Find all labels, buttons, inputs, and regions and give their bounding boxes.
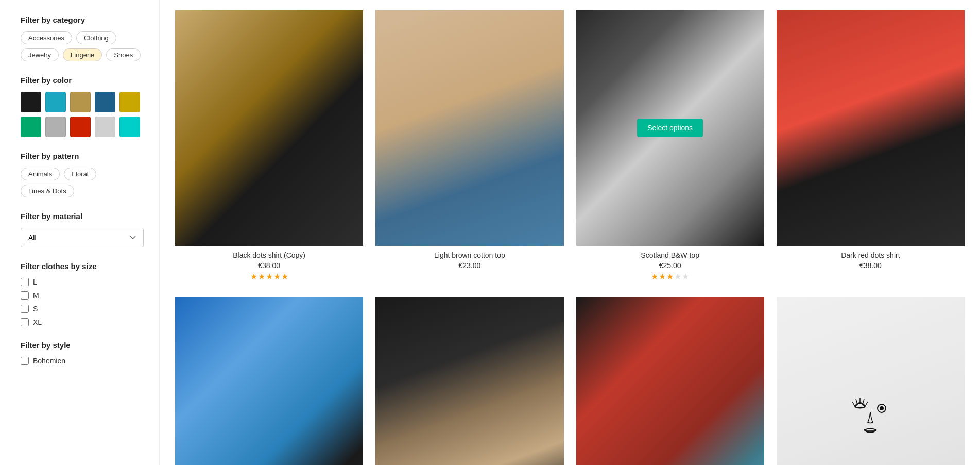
color-swatch-dark-blue[interactable] [95,92,115,112]
product-name-4: Dark red dots shirt [777,251,965,259]
svg-line-1 [856,399,857,404]
svg-point-6 [880,406,884,410]
filter-category-section: Filter by category Accessories Clothing … [21,15,144,61]
product-price-1: €38.00 [175,261,363,270]
product-stars-3: ★ ★ ★ ★ ★ [576,272,764,281]
category-tag-shoes[interactable]: Shoes [106,48,141,61]
category-tag-clothing[interactable]: Clothing [76,31,116,44]
filter-style-title: Filter by style [21,341,144,350]
color-swatch-gray[interactable] [45,117,66,137]
color-swatch-light-gray[interactable] [95,117,115,137]
product-card-3[interactable]: Select options Scotland B&W top €25.00 ★… [576,10,764,285]
product-card-6[interactable]: Olive floral black top [375,297,563,465]
style-label-bohemien: Bohemien [33,357,65,365]
product-info-2: Light brown cotton top €23.00 [375,246,563,275]
size-checkbox-m[interactable] [21,291,29,300]
size-checkbox-l[interactable] [21,278,29,286]
filter-size-title: Filter clothes by size [21,262,144,271]
svg-line-4 [865,402,868,406]
color-swatch-red[interactable] [70,117,91,137]
product-price-4: €38.00 [777,261,965,270]
product-image-5 [175,297,363,465]
products-grid: Black dots shirt (Copy) €38.00 ★ ★ ★ ★ ★ [175,10,965,465]
filter-material-title: Filter by material [21,212,144,221]
product-image-wrapper-7 [576,297,764,465]
color-swatch-cyan[interactable] [45,92,66,112]
pattern-tag-floral[interactable]: Floral [64,168,96,180]
star-1-1: ★ [250,272,257,281]
product-info-4: Dark red dots shirt €38.00 [777,246,965,275]
size-checkbox-s[interactable] [21,305,29,313]
star-1-3: ★ [266,272,273,281]
sidebar: Filter by category Accessories Clothing … [0,0,160,465]
color-swatch-teal[interactable] [119,117,140,137]
svg-line-3 [863,399,864,404]
material-select[interactable]: All Cotton Polyester Silk [21,228,144,247]
star-1-4: ★ [273,272,281,281]
filter-pattern-section: Filter by pattern Animals Floral Lines &… [21,152,144,197]
product-image-7 [576,297,764,465]
product-card-8[interactable]: Face print t-shirt [777,297,965,465]
star-1-2: ★ [258,272,265,281]
size-label-s: S [33,305,38,313]
filter-size-section: Filter clothes by size L M S XL [21,262,144,326]
product-card-5[interactable]: Animal blue shirt [175,297,363,465]
page-layout: Filter by category Accessories Clothing … [0,0,980,465]
pattern-tag-lines-dots[interactable]: Lines & Dots [21,185,74,197]
pattern-tag-animals[interactable]: Animals [21,168,60,180]
product-image-4 [777,10,965,246]
size-list: L M S XL [21,278,144,326]
size-item-s[interactable]: S [21,305,144,313]
category-tag-lingerie[interactable]: Lingerie [63,48,102,61]
style-checkbox-bohemien[interactable] [21,357,29,365]
product-info-3: Scotland B&W top €25.00 ★ ★ ★ ★ ★ [576,246,764,285]
star-3-4: ★ [674,272,681,281]
product-image-1 [175,10,363,246]
filter-category-title: Filter by category [21,15,144,24]
product-name-3: Scotland B&W top [576,251,764,259]
product-image-wrapper-4 [777,10,965,246]
product-name-1: Black dots shirt (Copy) [175,251,363,259]
product-card-1[interactable]: Black dots shirt (Copy) €38.00 ★ ★ ★ ★ ★ [175,10,363,285]
star-3-5: ★ [682,272,689,281]
color-swatch-tan[interactable] [70,92,91,112]
color-swatch-black[interactable] [21,92,41,112]
product-price-3: €25.00 [576,261,764,270]
size-label-l: L [33,278,37,286]
product-card-4[interactable]: Dark red dots shirt €38.00 [777,10,965,285]
category-tags-list: Accessories Clothing Jewelry Lingerie Sh… [21,31,144,61]
pattern-tags-list: Animals Floral Lines & Dots [21,168,144,197]
product-image-wrapper-5 [175,297,363,465]
size-item-l[interactable]: L [21,278,144,286]
star-1-5: ★ [281,272,288,281]
filter-material-section: Filter by material All Cotton Polyester … [21,212,144,247]
star-3-3: ★ [666,272,674,281]
size-checkbox-xl[interactable] [21,318,29,326]
product-image-wrapper-8 [777,297,965,465]
main-content: Black dots shirt (Copy) €38.00 ★ ★ ★ ★ ★ [160,0,980,465]
product-info-1: Black dots shirt (Copy) €38.00 ★ ★ ★ ★ ★ [175,246,363,285]
product-price-2: €23.00 [375,261,563,270]
style-item-bohemien[interactable]: Bohemien [21,357,144,365]
product-image-wrapper-6 [375,297,563,465]
size-label-xl: XL [33,318,42,326]
filter-color-section: Filter by color [21,76,144,137]
size-label-m: M [33,291,39,300]
product-card-7[interactable]: Red floral black top [576,297,764,465]
product-card-2[interactable]: Light brown cotton top €23.00 [375,10,563,285]
product-image-wrapper-2 [375,10,563,246]
select-options-button-3[interactable]: Select options [637,119,703,137]
product-image-6 [375,297,563,465]
star-3-1: ★ [651,272,658,281]
face-illustration [845,384,896,445]
category-tag-jewelry[interactable]: Jewelry [21,48,59,61]
size-item-xl[interactable]: XL [21,318,144,326]
color-swatch-gold[interactable] [119,92,140,112]
product-image-8 [777,297,965,465]
product-image-wrapper-1 [175,10,363,246]
star-3-2: ★ [659,272,666,281]
color-swatch-green[interactable] [21,117,41,137]
size-item-m[interactable]: M [21,291,144,300]
category-tag-accessories[interactable]: Accessories [21,31,72,44]
filter-pattern-title: Filter by pattern [21,152,144,160]
